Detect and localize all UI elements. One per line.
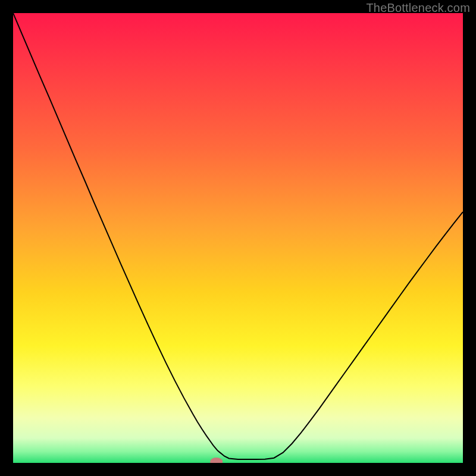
gradient-background <box>13 13 463 463</box>
bottleneck-chart <box>13 13 463 463</box>
watermark-text: TheBottleneck.com <box>366 1 470 15</box>
chart-container <box>13 13 463 463</box>
